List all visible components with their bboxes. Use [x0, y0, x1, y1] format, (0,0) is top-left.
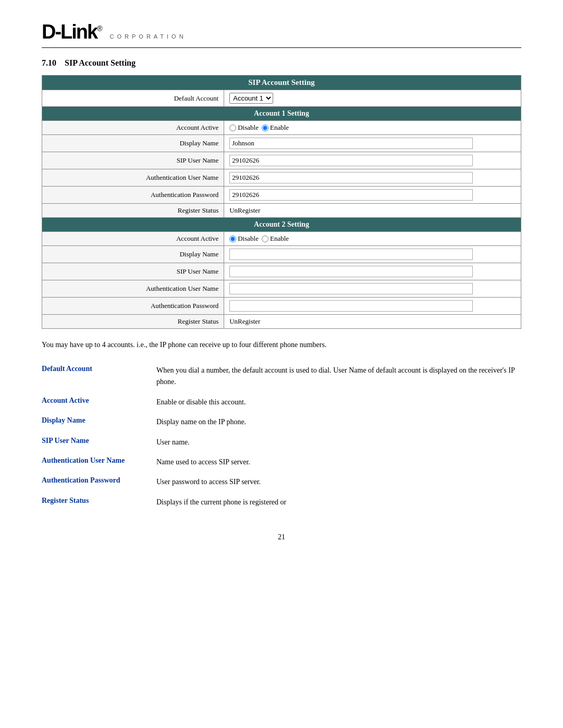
account1-display-name-value[interactable] — [224, 135, 521, 152]
account1-auth-pass-label: Authentication Password — [42, 187, 224, 204]
terms-table: Default AccountWhen you dial a number, t… — [42, 361, 521, 512]
account2-header-cell: Account 2 Setting — [42, 218, 521, 232]
term-desc: Name used to access SIP server. — [156, 452, 521, 472]
account1-active-value[interactable]: Disable Enable — [224, 121, 521, 135]
account1-enable-radio[interactable] — [262, 125, 268, 131]
description-text: You may have up to 4 accounts. i.e., the… — [42, 339, 521, 350]
default-account-row: Default Account Account 1 Account 2 Acco… — [42, 90, 521, 107]
term-label: Default Account — [42, 361, 156, 392]
account2-auth-pass-input[interactable] — [229, 300, 472, 312]
term-desc: User name. — [156, 433, 521, 452]
account1-disable-text: Disable — [238, 124, 259, 132]
account2-auth-user-input[interactable] — [229, 283, 472, 294]
account1-header-cell: Account 1 Setting — [42, 107, 521, 121]
term-label: Authentication User Name — [42, 452, 156, 472]
term-label: Account Active — [42, 392, 156, 412]
account1-active-row: Account Active Disable Enable — [42, 121, 521, 135]
account2-auth-pass-label: Authentication Password — [42, 298, 224, 315]
default-account-label: Default Account — [42, 90, 224, 107]
account1-sip-user-value[interactable] — [224, 152, 521, 169]
account1-auth-user-row: Authentication User Name — [42, 169, 521, 187]
term-label: Authentication Password — [42, 472, 156, 492]
account2-auth-pass-row: Authentication Password — [42, 298, 521, 315]
section-number: 7.10 — [42, 58, 56, 67]
terms-row: Default AccountWhen you dial a number, t… — [42, 361, 521, 392]
account-select[interactable]: Account 1 Account 2 Account 3 Account 4 — [229, 93, 273, 104]
account1-display-name-row: Display Name — [42, 135, 521, 152]
page-number: 21 — [42, 533, 521, 541]
account2-register-text: UnRegister — [229, 317, 260, 325]
term-label: Register Status — [42, 492, 156, 512]
term-desc: When you dial a number, the default acco… — [156, 361, 521, 392]
account2-sip-user-row: SIP User Name — [42, 263, 521, 280]
account2-display-name-input[interactable] — [229, 249, 472, 260]
logo: D-Link® CORPORATION — [42, 21, 187, 43]
account2-register-label: Register Status — [42, 315, 224, 329]
main-header-row: SIP Account Setting — [42, 76, 521, 90]
account2-disable-radio[interactable] — [229, 236, 236, 242]
term-desc: Displays if the current phone is registe… — [156, 492, 521, 512]
account1-sip-user-label: SIP User Name — [42, 152, 224, 169]
account2-sip-user-value[interactable] — [224, 263, 521, 280]
account2-disable-text: Disable — [238, 235, 259, 243]
account1-enable-label[interactable]: Enable — [262, 124, 289, 132]
account2-register-row: Register Status UnRegister — [42, 315, 521, 329]
page-header: D-Link® CORPORATION — [42, 21, 521, 48]
term-desc: Display name on the IP phone. — [156, 412, 521, 432]
account1-register-value: UnRegister — [224, 204, 521, 218]
terms-row: SIP User NameUser name. — [42, 433, 521, 452]
main-header-cell: SIP Account Setting — [42, 76, 521, 90]
account2-sip-user-input[interactable] — [229, 266, 472, 277]
section-heading: SIP Account Setting — [65, 58, 136, 67]
account1-auth-pass-value[interactable] — [224, 187, 521, 204]
account1-register-row: Register Status UnRegister — [42, 204, 521, 218]
account2-enable-radio[interactable] — [262, 236, 268, 242]
section-title: 7.10 SIP Account Setting — [42, 58, 521, 68]
account1-sip-user-row: SIP User Name — [42, 152, 521, 169]
account1-disable-radio[interactable] — [229, 125, 236, 131]
account1-register-label: Register Status — [42, 204, 224, 218]
account2-active-radio-group: Disable Enable — [229, 235, 516, 243]
registered-mark: ® — [97, 24, 101, 33]
account2-display-name-value[interactable] — [224, 246, 521, 263]
account1-disable-label[interactable]: Disable — [229, 124, 259, 132]
account2-active-label: Account Active — [42, 232, 224, 246]
account1-register-text: UnRegister — [229, 206, 260, 214]
account2-active-value[interactable]: Disable Enable — [224, 232, 521, 246]
term-label: SIP User Name — [42, 433, 156, 452]
account1-active-radio-group: Disable Enable — [229, 124, 516, 132]
account1-auth-user-input[interactable] — [229, 172, 472, 183]
account2-auth-user-value[interactable] — [224, 280, 521, 298]
term-desc: User password to access SIP server. — [156, 472, 521, 492]
terms-row: Register StatusDisplays if the current p… — [42, 492, 521, 512]
account2-sip-user-label: SIP User Name — [42, 263, 224, 280]
terms-row: Display NameDisplay name on the IP phone… — [42, 412, 521, 432]
account1-display-name-label: Display Name — [42, 135, 224, 152]
corporation-text: CORPORATION — [110, 33, 187, 40]
term-desc: Enable or disable this account. — [156, 392, 521, 412]
terms-row: Authentication PasswordUser password to … — [42, 472, 521, 492]
logo-text: D-Link® — [42, 21, 102, 43]
account1-auth-user-label: Authentication User Name — [42, 169, 224, 187]
account1-display-name-input[interactable] — [229, 138, 472, 149]
term-label: Display Name — [42, 412, 156, 432]
account1-auth-user-value[interactable] — [224, 169, 521, 187]
account1-header-row: Account 1 Setting — [42, 107, 521, 121]
account2-display-name-label: Display Name — [42, 246, 224, 263]
account1-auth-pass-input[interactable] — [229, 189, 472, 201]
account2-enable-label[interactable]: Enable — [262, 235, 289, 243]
account2-auth-user-row: Authentication User Name — [42, 280, 521, 298]
account1-enable-text: Enable — [270, 124, 289, 132]
account2-enable-text: Enable — [270, 235, 289, 243]
account2-auth-user-label: Authentication User Name — [42, 280, 224, 298]
terms-row: Authentication User NameName used to acc… — [42, 452, 521, 472]
account2-header-row: Account 2 Setting — [42, 218, 521, 232]
account2-active-row: Account Active Disable Enable — [42, 232, 521, 246]
account1-active-label: Account Active — [42, 121, 224, 135]
account1-sip-user-input[interactable] — [229, 155, 472, 166]
account2-register-value: UnRegister — [224, 315, 521, 329]
default-account-value[interactable]: Account 1 Account 2 Account 3 Account 4 — [224, 90, 521, 107]
account2-disable-label[interactable]: Disable — [229, 235, 259, 243]
account2-display-name-row: Display Name — [42, 246, 521, 263]
account2-auth-pass-value[interactable] — [224, 298, 521, 315]
